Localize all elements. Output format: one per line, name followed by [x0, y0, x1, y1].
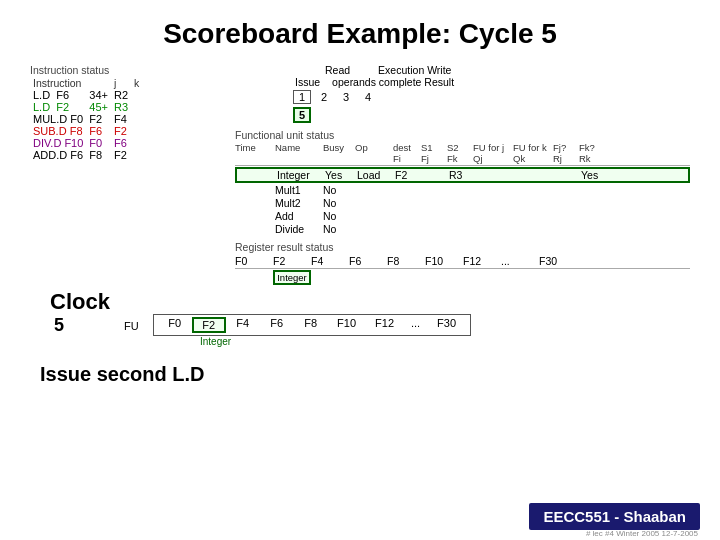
- regval-f2: Integer: [273, 270, 311, 285]
- instr-cell: L.D F6: [30, 89, 86, 101]
- fu-busy-divide: No: [323, 223, 355, 235]
- k-cell: F2: [111, 125, 131, 137]
- fu-op-mult1: [355, 184, 393, 196]
- timeline-row1: 1 2 3 4: [293, 90, 690, 104]
- regval-f6: [349, 270, 387, 285]
- j-cell: F0: [86, 137, 111, 149]
- th-op: Op: [355, 142, 393, 164]
- read-header: Read: [325, 64, 350, 76]
- fu-time-integer: [237, 169, 277, 181]
- bottom-f12: F12: [366, 317, 404, 333]
- bottom-f2: F2: [192, 317, 226, 333]
- fu-fi-integer: F2: [395, 169, 423, 181]
- read-2: 2: [315, 91, 333, 103]
- k-cell: F2: [111, 149, 131, 161]
- issue-label: Issue: [295, 76, 320, 88]
- j-cell: F2: [86, 113, 111, 125]
- regval-dots: [501, 270, 539, 285]
- regval-f12: [463, 270, 501, 285]
- fu-rj-integer: [555, 169, 581, 181]
- clock-fu-label: FU: [124, 320, 139, 332]
- fu-busy-mult2: No: [323, 197, 355, 209]
- j-cell: F6: [86, 125, 111, 137]
- table-row: L.D F6 34+ R2: [30, 89, 142, 101]
- reg-f8: F8: [387, 255, 425, 267]
- fu-op-integer: Load: [357, 169, 395, 181]
- operands-label: operands complete Result: [332, 76, 454, 88]
- issue-5-highlighted: 5: [293, 107, 311, 123]
- issue-1: 1: [293, 90, 311, 104]
- clock-container: Clock 5: [50, 289, 110, 336]
- k-col-header: j: [111, 77, 131, 89]
- issue-cell: [131, 137, 142, 149]
- fu-name-mult1: Mult1: [275, 184, 323, 196]
- fu-fk-integer: R3: [449, 169, 475, 181]
- regval-f8: [387, 270, 425, 285]
- table-row: ADD.D F6 F8 F2: [30, 149, 142, 161]
- reg-bottom-row: F0 F2 F4 F6 F8 F10 F12 ... F30: [153, 314, 471, 336]
- th-dest: destFi: [393, 142, 421, 164]
- issue-cell: [131, 149, 142, 161]
- reg-f12: F12: [463, 255, 501, 267]
- k-cell: R2: [111, 89, 131, 101]
- instr-cell: MUL.D F0: [30, 113, 86, 125]
- integer-reg-label: Integer: [200, 336, 690, 347]
- bottom-f0: F0: [158, 317, 192, 333]
- fu-row-add: Add No: [235, 210, 690, 222]
- page-title: Scoreboard Example: Cycle 5: [30, 18, 690, 50]
- regval-f0: [235, 270, 273, 285]
- table-row: SUB.D F8 F6 F2: [30, 125, 142, 137]
- bottom-f30: F30: [428, 317, 466, 333]
- instruction-status-label: Instruction status: [30, 64, 235, 76]
- reg-f4: F4: [311, 255, 349, 267]
- reg-values: Integer: [235, 270, 690, 285]
- th-name: Name: [275, 142, 323, 164]
- fu-col-headers: Time Name Busy Op destFi S1Fj S2Fk FU fo…: [235, 142, 690, 166]
- th-fuk: FU for kQk: [513, 142, 553, 164]
- issue-col-header: k: [131, 77, 142, 89]
- bottom-f10: F10: [328, 317, 366, 333]
- right-panel: Read Execution Write Issue operands comp…: [235, 64, 690, 285]
- fu-qj-integer: [475, 169, 515, 181]
- bottom-f8: F8: [294, 317, 328, 333]
- bottom-f4: F4: [226, 317, 260, 333]
- fu-name-add: Add: [275, 210, 323, 222]
- fu-row-mult1: Mult1 No: [235, 184, 690, 196]
- issue-cell: [131, 89, 142, 101]
- instruction-table: Instruction j k L.D F6 34+ R2 L.D F2 45+…: [30, 77, 142, 161]
- issue-cell: [131, 101, 142, 113]
- write-4: 4: [359, 91, 377, 103]
- issue-second-text: Issue second L.D: [40, 363, 690, 386]
- th-fk: Fk?Rk: [579, 142, 605, 164]
- table-row: L.D F2 45+ R3: [30, 101, 142, 113]
- reg-f2: F2: [273, 255, 311, 267]
- bottom-dots: ...: [404, 317, 428, 333]
- instr-col-header: Instruction: [30, 77, 86, 89]
- k-cell: R3: [111, 101, 131, 113]
- j-cell: 34+: [86, 89, 111, 101]
- th-fuj: FU for jQj: [473, 142, 513, 164]
- table-row: MUL.D F0 F2 F4: [30, 113, 142, 125]
- slide: Scoreboard Example: Cycle 5 Instruction …: [0, 0, 720, 540]
- fu-time-mult1: [235, 184, 275, 196]
- issue-cell: [131, 125, 142, 137]
- th-s1: S1Fj: [421, 142, 447, 164]
- execwrite-header: Execution Write: [378, 64, 451, 76]
- register-result-label: Register result status: [235, 241, 690, 253]
- footer-text: EECC551 - Shaaban: [543, 508, 686, 525]
- reg-dots: ...: [501, 255, 539, 267]
- exec-3: 3: [337, 91, 355, 103]
- regval-f30: [539, 270, 577, 285]
- functional-unit-label: Functional unit status: [235, 129, 690, 141]
- fu-row-divide: Divide No: [235, 223, 690, 235]
- regval-f10: [425, 270, 463, 285]
- clock-area: Clock 5 FU F0 F2 F4 F6 F8 F10 F12 ... F3…: [50, 289, 690, 336]
- reg-f0: F0: [235, 255, 273, 267]
- fu-name-integer: Integer: [277, 169, 325, 181]
- fu-fj-integer: [423, 169, 449, 181]
- fu-row-mult2: Mult2 No: [235, 197, 690, 209]
- clock-value: 5: [54, 315, 110, 336]
- reg-f6: F6: [349, 255, 387, 267]
- reg-headers: F0 F2 F4 F6 F8 F10 F12 ... F30: [235, 255, 690, 269]
- left-panel: Instruction status Instruction j k L.D F…: [30, 64, 235, 285]
